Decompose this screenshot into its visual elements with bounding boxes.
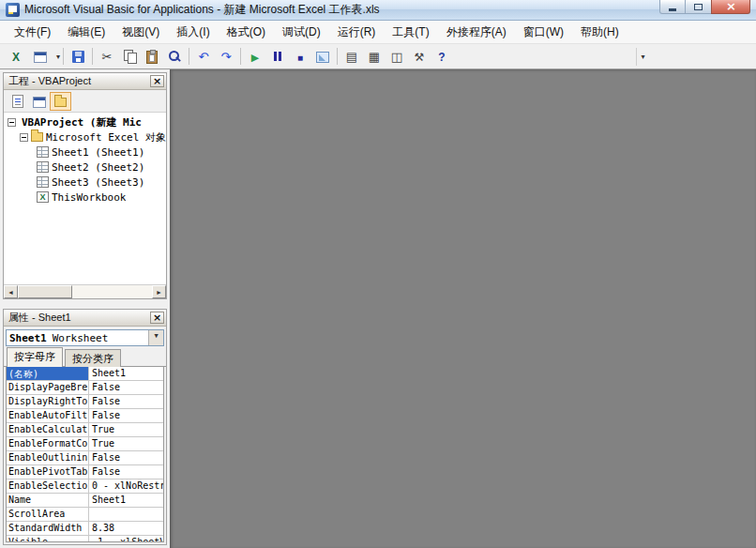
property-value[interactable]: True (89, 423, 163, 436)
properties-panel: 属性 - Sheet1 Sheet1 Worksheet 按字母序 按分类序 (… (3, 309, 167, 545)
titlebar[interactable]: Microsoft Visual Basic for Applications … (0, 0, 756, 21)
tab-alphabetic[interactable]: 按字母序 (7, 347, 63, 367)
run-icon (248, 49, 263, 64)
menu-file[interactable]: 文件(F) (6, 21, 59, 43)
property-name[interactable]: EnableCalculat (7, 423, 89, 436)
find-button[interactable] (163, 46, 186, 67)
object-selector[interactable]: Sheet1 Worksheet (6, 329, 164, 346)
object-selector-dropdown-button[interactable] (148, 330, 163, 345)
tab-categorized[interactable]: 按分类序 (65, 349, 121, 367)
menu-edit[interactable]: 编辑(E) (59, 21, 113, 43)
chevron-down-icon: ▾ (56, 53, 60, 61)
property-name[interactable]: EnableFormatCo (7, 437, 89, 450)
tree-item-sheet1[interactable]: Sheet1 (Sheet1) (4, 145, 166, 160)
menu-window[interactable]: 窗口(W) (515, 21, 572, 43)
menu-view[interactable]: 视图(V) (113, 21, 168, 43)
menu-bar: 文件(F) 编辑(E) 视图(V) 插入(I) 格式(O) 调试(D) 运行(R… (0, 21, 756, 44)
standard-toolbar: ▾ (0, 44, 756, 69)
property-value[interactable]: -1 - xlSheetV (89, 536, 163, 542)
toolbar-separator (92, 48, 93, 65)
property-value[interactable]: False (89, 395, 163, 408)
insert-userform-button[interactable]: ▾ (27, 46, 60, 67)
tree-item-excel-objects[interactable]: Microsoft Excel 对象 (4, 129, 166, 145)
run-button[interactable] (244, 46, 266, 67)
properties-tabs: 按字母序 按分类序 (4, 348, 166, 367)
copy-icon (122, 49, 137, 64)
redo-button[interactable] (215, 46, 237, 67)
collapse-toggle[interactable] (20, 133, 28, 142)
properties-panel-title: 属性 - Sheet1 (8, 311, 150, 325)
property-name[interactable]: EnablePivotTab (7, 465, 89, 479)
toolbox-button[interactable] (408, 46, 431, 67)
toolbar-options-button[interactable] (636, 48, 649, 66)
scroll-left-button[interactable] (4, 285, 18, 298)
window-controls (659, 0, 750, 14)
help-button[interactable] (431, 46, 453, 67)
property-name[interactable]: (名称) (7, 367, 89, 380)
maximize-button[interactable] (686, 0, 711, 14)
paste-icon (146, 51, 158, 64)
menu-run[interactable]: 运行(R) (329, 21, 385, 43)
tree-item-thisworkbook[interactable]: ThisWorkbook (4, 190, 166, 205)
property-name[interactable]: ScrollArea (7, 508, 89, 521)
property-name[interactable]: EnableSelectio (7, 480, 89, 493)
paste-button[interactable] (141, 46, 163, 67)
property-value[interactable]: 8.38 (89, 522, 163, 535)
collapse-toggle[interactable] (8, 118, 16, 127)
properties-window-button[interactable] (363, 46, 386, 67)
minimize-button[interactable] (659, 0, 686, 14)
property-name[interactable]: DisplayPageBre (7, 381, 89, 394)
view-code-button[interactable] (7, 92, 28, 111)
scroll-thumb[interactable] (18, 285, 72, 298)
menu-format[interactable]: 格式(O) (219, 21, 274, 43)
tree-item-label: Microsoft Excel 对象 (46, 130, 166, 145)
save-button[interactable] (67, 46, 89, 67)
menu-debug[interactable]: 调试(D) (274, 21, 329, 43)
properties-panel-header[interactable]: 属性 - Sheet1 (4, 310, 166, 327)
property-value[interactable]: True (89, 437, 163, 450)
property-name[interactable]: StandardWidth (7, 522, 89, 535)
menu-tools[interactable]: 工具(T) (384, 21, 437, 43)
property-value[interactable]: False (89, 451, 163, 464)
tree-item-sheet3[interactable]: Sheet3 (Sheet3) (4, 175, 166, 190)
properties-panel-close-button[interactable] (150, 312, 164, 324)
property-row: NameSheet1 (7, 494, 163, 508)
property-value[interactable]: False (89, 381, 163, 394)
view-object-button[interactable] (28, 92, 50, 111)
object-browser-button[interactable] (386, 46, 408, 67)
design-mode-button[interactable] (311, 46, 334, 67)
property-row: EnableOutlininFalse (7, 451, 163, 465)
property-name[interactable]: DisplayRightTo (7, 395, 89, 408)
project-panel-close-button[interactable] (150, 75, 164, 87)
menu-addins[interactable]: 外接程序(A) (438, 21, 515, 43)
property-name[interactable]: EnableAutoFilt (7, 409, 89, 422)
break-button[interactable] (266, 46, 289, 67)
property-row: EnableCalculatTrue (7, 423, 163, 437)
vb-app-icon (6, 3, 20, 17)
property-value[interactable] (89, 508, 163, 521)
toggle-folders-button[interactable] (50, 92, 71, 111)
selected-object-type: Worksheet (53, 332, 109, 344)
property-name[interactable]: Name (7, 494, 89, 507)
property-name[interactable]: EnableOutlinin (7, 451, 89, 464)
tree-item-sheet2[interactable]: Sheet2 (Sheet2) (4, 160, 166, 175)
view-excel-button[interactable] (5, 46, 27, 67)
property-name[interactable]: Visible (7, 536, 89, 542)
tree-item-vbaproject[interactable]: VBAProject (新建 Mic (4, 114, 166, 129)
property-value[interactable]: Sheet1 (89, 367, 163, 380)
property-value[interactable]: False (89, 465, 163, 479)
scroll-right-button[interactable] (152, 285, 166, 298)
property-value[interactable]: False (89, 409, 163, 422)
menu-insert[interactable]: 插入(I) (168, 21, 218, 43)
property-value[interactable]: Sheet1 (89, 494, 163, 507)
close-button[interactable] (711, 0, 750, 14)
scrollbar-track[interactable] (18, 285, 152, 298)
reset-button[interactable] (289, 46, 311, 67)
project-panel-header[interactable]: 工程 - VBAProject (4, 73, 166, 90)
copy-button[interactable] (118, 46, 141, 67)
project-explorer-button[interactable] (340, 46, 363, 67)
menu-help[interactable]: 帮助(H) (572, 21, 627, 43)
cut-button[interactable] (96, 46, 118, 67)
property-value[interactable]: 0 - xlNoRestr (89, 480, 163, 493)
undo-button[interactable] (192, 46, 215, 67)
